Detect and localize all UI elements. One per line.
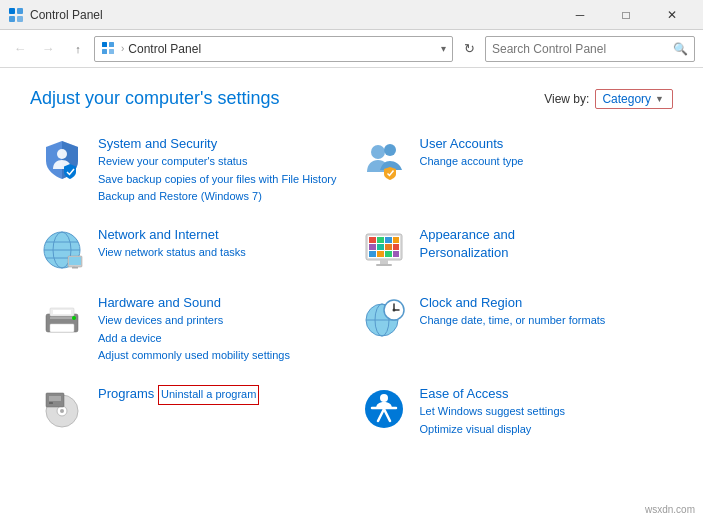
forward-button[interactable]: → (36, 37, 60, 61)
items-grid: System and Security Review your computer… (30, 129, 673, 444)
svg-rect-34 (380, 260, 388, 264)
ease-of-access-title[interactable]: Ease of Access (420, 386, 509, 401)
path-separator: › (121, 43, 124, 54)
address-path[interactable]: › Control Panel ▾ (94, 36, 453, 62)
svg-rect-54 (49, 402, 53, 404)
network-internet-title[interactable]: Network and Internet (98, 227, 219, 242)
view-by: View by: Category ▼ (544, 89, 673, 109)
system-security-icon (38, 135, 86, 183)
svg-point-56 (380, 394, 388, 402)
system-security-text: System and Security Review your computer… (98, 135, 336, 206)
window-title: Control Panel (30, 8, 103, 22)
svg-rect-40 (53, 310, 71, 314)
svg-rect-38 (50, 324, 74, 332)
svg-rect-53 (49, 396, 61, 401)
svg-rect-25 (393, 237, 399, 243)
svg-rect-37 (50, 317, 74, 319)
system-security-link-1[interactable]: Review your computer's status (98, 153, 336, 171)
ease-of-access-text: Ease of Access Let Windows suggest setti… (420, 385, 566, 438)
system-security-title[interactable]: System and Security (98, 136, 217, 151)
programs-text: Programs Uninstall a program (98, 385, 259, 405)
hardware-sound-link-2[interactable]: Add a device (98, 330, 290, 348)
ease-of-access-icon (360, 385, 408, 433)
programs-title[interactable]: Programs (98, 386, 154, 401)
hardware-sound-link-3[interactable]: Adjust commonly used mobility settings (98, 347, 290, 365)
back-button[interactable]: ← (8, 37, 32, 61)
path-dropdown-arrow[interactable]: ▾ (441, 43, 446, 54)
category-dropdown[interactable]: Category ▼ (595, 89, 673, 109)
list-item: System and Security Review your computer… (30, 129, 352, 212)
svg-rect-18 (72, 267, 78, 269)
svg-rect-26 (369, 244, 376, 250)
svg-rect-2 (9, 16, 15, 22)
svg-rect-35 (376, 264, 392, 266)
user-accounts-title[interactable]: User Accounts (420, 136, 504, 151)
page-header: Adjust your computer's settings View by:… (30, 88, 673, 109)
appearance-personalization-title[interactable]: Appearance andPersonalization (420, 227, 515, 260)
title-bar-controls: ─ □ ✕ (557, 0, 695, 30)
ease-of-access-link-1[interactable]: Let Windows suggest settings (420, 403, 566, 421)
svg-rect-28 (385, 244, 392, 250)
svg-rect-24 (385, 237, 392, 243)
category-arrow: ▼ (655, 94, 664, 104)
path-icon (101, 41, 117, 57)
system-security-link-3[interactable]: Backup and Restore (Windows 7) (98, 188, 336, 206)
svg-point-41 (72, 316, 76, 320)
svg-point-9 (371, 145, 385, 159)
clock-region-link-1[interactable]: Change date, time, or number formats (420, 312, 606, 330)
title-bar-left: Control Panel (8, 7, 103, 23)
appearance-personalization-text: Appearance andPersonalization (420, 226, 515, 262)
ease-of-access-link-2[interactable]: Optimize visual display (420, 421, 566, 439)
search-icon[interactable]: 🔍 (673, 42, 688, 56)
list-item: Hardware and Sound View devices and prin… (30, 288, 352, 371)
user-accounts-text: User Accounts Change account type (420, 135, 524, 171)
minimize-button[interactable]: ─ (557, 0, 603, 30)
network-internet-icon (38, 226, 86, 274)
list-item: User Accounts Change account type (352, 129, 674, 212)
network-internet-link-1[interactable]: View network status and tasks (98, 244, 246, 262)
watermark: wsxdn.com (645, 504, 695, 515)
user-accounts-link-1[interactable]: Change account type (420, 153, 524, 171)
svg-rect-3 (17, 16, 23, 22)
svg-rect-23 (377, 237, 384, 243)
viewby-label: View by: (544, 92, 589, 106)
address-bar: ← → ↑ › Control Panel ▾ ↻ 🔍 (0, 30, 703, 68)
list-item: Clock and Region Change date, time, or n… (352, 288, 674, 371)
network-internet-text: Network and Internet View network status… (98, 226, 246, 262)
svg-rect-5 (109, 42, 114, 47)
svg-rect-27 (377, 244, 384, 250)
path-text: Control Panel (128, 42, 201, 56)
svg-rect-31 (377, 251, 384, 257)
clock-region-icon (360, 294, 408, 342)
clock-region-title[interactable]: Clock and Region (420, 295, 523, 310)
page-title: Adjust your computer's settings (30, 88, 280, 109)
system-security-link-2[interactable]: Save backup copies of your files with Fi… (98, 171, 336, 189)
svg-point-8 (57, 149, 67, 159)
refresh-button[interactable]: ↻ (457, 37, 481, 61)
user-accounts-icon (360, 135, 408, 183)
svg-rect-7 (109, 49, 114, 54)
hardware-sound-title[interactable]: Hardware and Sound (98, 295, 221, 310)
hardware-sound-link-1[interactable]: View devices and printers (98, 312, 290, 330)
search-box[interactable]: 🔍 (485, 36, 695, 62)
programs-link-1[interactable]: Uninstall a program (158, 385, 259, 405)
svg-rect-30 (369, 251, 376, 257)
up-button[interactable]: ↑ (66, 37, 90, 61)
title-bar: Control Panel ─ □ ✕ (0, 0, 703, 30)
window-icon (8, 7, 24, 23)
list-item: Ease of Access Let Windows suggest setti… (352, 379, 674, 444)
category-value: Category (602, 92, 651, 106)
search-input[interactable] (492, 42, 669, 56)
svg-rect-22 (369, 237, 376, 243)
list-item: Appearance andPersonalization (352, 220, 674, 280)
appearance-personalization-icon (360, 226, 408, 274)
svg-point-51 (60, 409, 64, 413)
svg-rect-4 (102, 42, 107, 47)
programs-icon (38, 385, 86, 433)
svg-rect-17 (69, 257, 81, 265)
clock-region-text: Clock and Region Change date, time, or n… (420, 294, 606, 330)
svg-rect-1 (17, 8, 23, 14)
close-button[interactable]: ✕ (649, 0, 695, 30)
svg-point-10 (384, 144, 396, 156)
maximize-button[interactable]: □ (603, 0, 649, 30)
